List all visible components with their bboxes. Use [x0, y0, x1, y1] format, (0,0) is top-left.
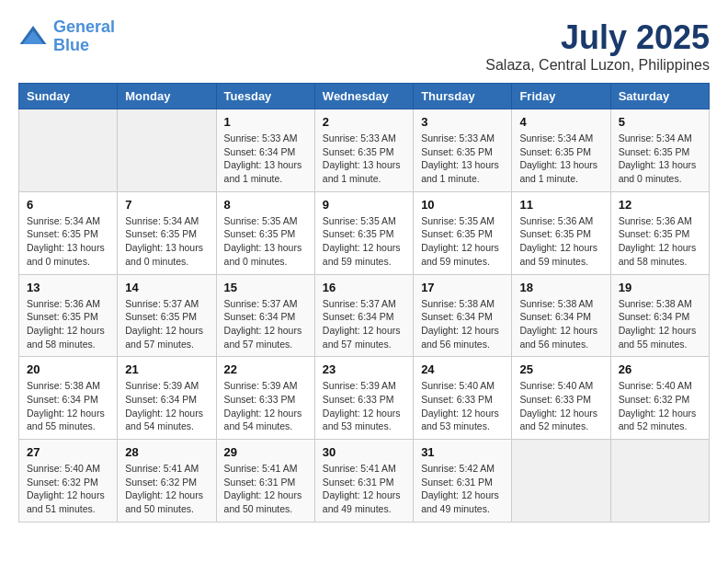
day-number: 18: [519, 281, 602, 294]
day-info: Sunrise: 5:34 AMSunset: 6:35 PMDaylight:…: [619, 132, 701, 186]
logo-text: General Blue: [53, 18, 115, 55]
day-number: 11: [519, 198, 602, 212]
day-info: Sunrise: 5:36 AMSunset: 6:35 PMDaylight:…: [27, 297, 109, 351]
day-info: Sunrise: 5:36 AMSunset: 6:35 PMDaylight:…: [519, 214, 602, 269]
day-info: Sunrise: 5:38 AMSunset: 6:34 PMDaylight:…: [421, 297, 504, 351]
day-number: 26: [619, 362, 701, 376]
day-info: Sunrise: 5:36 AMSunset: 6:35 PMDaylight:…: [619, 214, 701, 269]
calendar-cell: 27Sunrise: 5:40 AMSunset: 6:32 PMDayligh…: [19, 440, 118, 523]
calendar-cell: 5Sunrise: 5:34 AMSunset: 6:35 PMDaylight…: [610, 109, 709, 192]
calendar-cell: [512, 440, 610, 523]
day-number: 31: [421, 445, 504, 459]
day-info: Sunrise: 5:35 AMSunset: 6:35 PMDaylight:…: [323, 214, 405, 269]
calendar-week-row: 6Sunrise: 5:34 AMSunset: 6:35 PMDaylight…: [19, 191, 710, 274]
day-number: 2: [323, 115, 405, 129]
calendar-cell: [118, 109, 216, 192]
day-number: 27: [27, 445, 109, 459]
calendar-cell: 20Sunrise: 5:38 AMSunset: 6:34 PMDayligh…: [19, 357, 118, 440]
weekday-header: Sunday: [19, 84, 118, 109]
weekday-header: Friday: [512, 84, 610, 109]
day-number: 17: [421, 281, 504, 294]
day-number: 19: [619, 281, 701, 294]
day-info: Sunrise: 5:40 AMSunset: 6:32 PMDaylight:…: [27, 462, 109, 516]
day-number: 9: [323, 198, 405, 212]
calendar-cell: 14Sunrise: 5:37 AMSunset: 6:35 PMDayligh…: [118, 274, 216, 357]
day-number: 28: [125, 445, 208, 459]
day-number: 13: [27, 281, 109, 294]
weekday-header: Monday: [118, 84, 216, 109]
calendar-cell: 29Sunrise: 5:41 AMSunset: 6:31 PMDayligh…: [216, 440, 314, 523]
day-number: 1: [224, 115, 307, 129]
calendar-week-row: 20Sunrise: 5:38 AMSunset: 6:34 PMDayligh…: [19, 357, 710, 440]
subtitle: Salaza, Central Luzon, Philippines: [485, 57, 710, 74]
calendar-cell: 22Sunrise: 5:39 AMSunset: 6:33 PMDayligh…: [216, 357, 314, 440]
day-number: 24: [421, 362, 504, 376]
logo: General Blue: [18, 18, 115, 55]
day-info: Sunrise: 5:40 AMSunset: 6:33 PMDaylight:…: [519, 379, 602, 433]
day-info: Sunrise: 5:39 AMSunset: 6:34 PMDaylight:…: [125, 379, 208, 433]
day-info: Sunrise: 5:33 AMSunset: 6:35 PMDaylight:…: [323, 132, 405, 186]
title-block: July 2025 Salaza, Central Luzon, Philipp…: [485, 18, 710, 74]
day-number: 4: [519, 115, 602, 129]
day-info: Sunrise: 5:34 AMSunset: 6:35 PMDaylight:…: [125, 214, 208, 269]
calendar-cell: 3Sunrise: 5:33 AMSunset: 6:35 PMDaylight…: [414, 109, 512, 192]
calendar-cell: 11Sunrise: 5:36 AMSunset: 6:35 PMDayligh…: [512, 191, 610, 274]
day-info: Sunrise: 5:42 AMSunset: 6:31 PMDaylight:…: [421, 462, 504, 516]
page-header: General Blue July 2025 Salaza, Central L…: [18, 18, 710, 74]
day-number: 21: [125, 362, 208, 376]
day-number: 12: [619, 198, 701, 212]
calendar-cell: 25Sunrise: 5:40 AMSunset: 6:33 PMDayligh…: [512, 357, 610, 440]
day-number: 3: [421, 115, 504, 129]
day-info: Sunrise: 5:38 AMSunset: 6:34 PMDaylight:…: [619, 297, 701, 351]
day-number: 8: [224, 198, 307, 212]
weekday-header: Thursday: [414, 84, 512, 109]
day-info: Sunrise: 5:33 AMSunset: 6:35 PMDaylight:…: [421, 132, 504, 186]
day-number: 10: [421, 198, 504, 212]
calendar-cell: 30Sunrise: 5:41 AMSunset: 6:31 PMDayligh…: [314, 440, 413, 523]
calendar-cell: [610, 440, 709, 523]
calendar-cell: 18Sunrise: 5:38 AMSunset: 6:34 PMDayligh…: [512, 274, 610, 357]
logo-icon: [18, 22, 48, 52]
calendar-cell: 2Sunrise: 5:33 AMSunset: 6:35 PMDaylight…: [314, 109, 413, 192]
day-number: 30: [323, 445, 405, 459]
calendar-cell: 6Sunrise: 5:34 AMSunset: 6:35 PMDaylight…: [19, 191, 118, 274]
calendar-cell: 10Sunrise: 5:35 AMSunset: 6:35 PMDayligh…: [414, 191, 512, 274]
day-info: Sunrise: 5:37 AMSunset: 6:34 PMDaylight:…: [323, 297, 405, 351]
calendar-cell: 12Sunrise: 5:36 AMSunset: 6:35 PMDayligh…: [610, 191, 709, 274]
day-info: Sunrise: 5:41 AMSunset: 6:31 PMDaylight:…: [323, 462, 405, 516]
day-info: Sunrise: 5:37 AMSunset: 6:34 PMDaylight:…: [224, 297, 307, 351]
day-number: 16: [323, 281, 405, 294]
day-info: Sunrise: 5:34 AMSunset: 6:35 PMDaylight:…: [27, 214, 109, 269]
weekday-header: Saturday: [610, 84, 709, 109]
day-number: 25: [519, 362, 602, 376]
day-number: 7: [125, 198, 208, 212]
day-number: 6: [27, 198, 109, 212]
calendar-week-row: 1Sunrise: 5:33 AMSunset: 6:34 PMDaylight…: [19, 109, 710, 192]
day-info: Sunrise: 5:41 AMSunset: 6:32 PMDaylight:…: [125, 462, 208, 516]
calendar-cell: 24Sunrise: 5:40 AMSunset: 6:33 PMDayligh…: [414, 357, 512, 440]
day-info: Sunrise: 5:41 AMSunset: 6:31 PMDaylight:…: [224, 462, 307, 516]
day-number: 15: [224, 281, 307, 294]
day-number: 14: [125, 281, 208, 294]
calendar-table: SundayMondayTuesdayWednesdayThursdayFrid…: [18, 83, 710, 523]
day-number: 5: [619, 115, 701, 129]
day-number: 23: [323, 362, 405, 376]
day-info: Sunrise: 5:37 AMSunset: 6:35 PMDaylight:…: [125, 297, 208, 351]
calendar-cell: 16Sunrise: 5:37 AMSunset: 6:34 PMDayligh…: [314, 274, 413, 357]
day-info: Sunrise: 5:38 AMSunset: 6:34 PMDaylight:…: [27, 379, 109, 433]
calendar-cell: [19, 109, 118, 192]
calendar-cell: 13Sunrise: 5:36 AMSunset: 6:35 PMDayligh…: [19, 274, 118, 357]
weekday-header: Tuesday: [216, 84, 314, 109]
day-number: 20: [27, 362, 109, 376]
day-info: Sunrise: 5:39 AMSunset: 6:33 PMDaylight:…: [323, 379, 405, 433]
calendar-cell: 28Sunrise: 5:41 AMSunset: 6:32 PMDayligh…: [118, 440, 216, 523]
calendar-cell: 4Sunrise: 5:34 AMSunset: 6:35 PMDaylight…: [512, 109, 610, 192]
day-info: Sunrise: 5:38 AMSunset: 6:34 PMDaylight:…: [519, 297, 602, 351]
day-info: Sunrise: 5:39 AMSunset: 6:33 PMDaylight:…: [224, 379, 307, 433]
calendar-cell: 26Sunrise: 5:40 AMSunset: 6:32 PMDayligh…: [610, 357, 709, 440]
calendar-cell: 9Sunrise: 5:35 AMSunset: 6:35 PMDaylight…: [314, 191, 413, 274]
day-info: Sunrise: 5:35 AMSunset: 6:35 PMDaylight:…: [421, 214, 504, 269]
day-info: Sunrise: 5:40 AMSunset: 6:33 PMDaylight:…: [421, 379, 504, 433]
calendar-cell: 17Sunrise: 5:38 AMSunset: 6:34 PMDayligh…: [414, 274, 512, 357]
day-info: Sunrise: 5:33 AMSunset: 6:34 PMDaylight:…: [224, 132, 307, 186]
